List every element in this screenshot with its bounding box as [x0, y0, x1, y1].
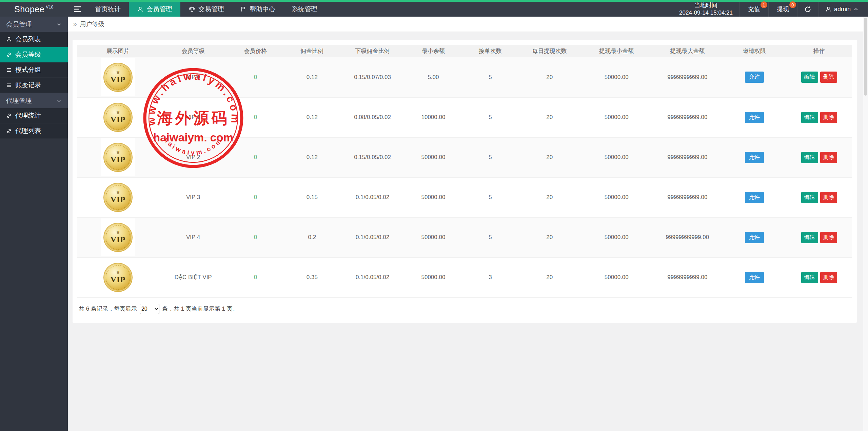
sidebar-item-mode-group[interactable]: 模式分组: [0, 62, 68, 78]
time-value: 2024-09-14 15:04:21: [679, 9, 733, 17]
sidebar-group-agent-management[interactable]: 代理管理: [0, 93, 68, 108]
top-navbar: Shopee V18 首页统计 会员管理 交易管理: [0, 2, 868, 17]
col-withdraw-max: 提现最大金额: [652, 45, 723, 57]
cell-actions: 编辑删除: [786, 97, 852, 137]
person-icon: [137, 6, 143, 13]
group-label: 代理管理: [6, 96, 32, 105]
edit-button[interactable]: 编辑: [801, 72, 818, 83]
cell-withdraw-max: 9999999999.00: [652, 177, 723, 217]
edit-button[interactable]: 编辑: [801, 112, 818, 123]
refresh-button[interactable]: [797, 2, 818, 17]
allow-button[interactable]: 允许: [745, 112, 764, 123]
coin-label: VIP: [111, 155, 125, 164]
tab-label: 系统管理: [292, 5, 317, 14]
cell-invite-permission: 允许: [723, 217, 786, 257]
app-logo[interactable]: Shopee V18: [0, 2, 68, 17]
cell-min-balance: 50000.00: [404, 257, 462, 297]
col-price: 会员价格: [228, 45, 283, 57]
tab-help-center[interactable]: 帮助中心: [232, 2, 283, 17]
page-title: 用户等级: [80, 20, 104, 28]
edit-button[interactable]: 编辑: [801, 192, 818, 203]
recharge-button[interactable]: 充值 1: [739, 2, 768, 17]
vip-image: ♛VIP: [101, 258, 135, 296]
scrollbar-thumb[interactable]: [864, 18, 867, 96]
table-row: ♛VIPVIP 300.150.1/0.05/0.0250000.0052050…: [77, 177, 852, 217]
allow-button[interactable]: 允许: [745, 72, 764, 83]
cell-invite-permission: 允许: [723, 57, 786, 97]
table-header-row: 展示图片 会员等级 会员价格 佣金比例 下级佣金比例 最小余额 接单次数 每日提…: [77, 45, 852, 57]
cell-withdraw-max: 9999999999.00: [652, 57, 723, 97]
tab-system-management[interactable]: 系统管理: [283, 2, 326, 17]
cell-withdraw-min: 50000.00: [581, 217, 652, 257]
cell-daily-withdraw-count: 20: [518, 57, 581, 97]
withdraw-badge: 0: [789, 1, 796, 8]
stamp-center-text: 海外源码: [157, 110, 229, 127]
cell-daily-withdraw-count: 20: [518, 257, 581, 297]
coin-crown-icon: ♛: [116, 111, 120, 115]
coin-crown-icon: ♛: [116, 191, 120, 195]
cell-daily-withdraw-count: 20: [518, 97, 581, 137]
col-level: 会员等级: [159, 45, 228, 57]
sidebar-item-agent-list[interactable]: 代理列表: [0, 123, 68, 139]
vip-image: ♛VIP: [101, 178, 135, 216]
sidebar-item-member-level[interactable]: 会员等级: [0, 47, 68, 62]
sidebar-group-member-management[interactable]: 会员管理: [0, 17, 68, 32]
menu-toggle-icon[interactable]: [68, 2, 87, 17]
delete-button[interactable]: 删除: [820, 272, 837, 283]
vertical-scrollbar[interactable]: [863, 17, 868, 431]
delete-button[interactable]: 删除: [820, 72, 837, 83]
per-page-select[interactable]: 20: [140, 304, 159, 314]
user-menu[interactable]: admin: [818, 2, 868, 17]
cell-invite-permission: 允许: [723, 257, 786, 297]
vip-coin-icon: ♛VIP: [103, 63, 133, 92]
cell-order-count: 3: [462, 257, 518, 297]
cell-commission: 0.2: [283, 217, 341, 257]
sidebar-item-balance-records[interactable]: 账变记录: [0, 78, 68, 93]
sidebar-item-member-list[interactable]: 会员列表: [0, 32, 68, 47]
sidebar-item-agent-stats[interactable]: 代理统计: [0, 108, 68, 123]
delete-button[interactable]: 删除: [820, 112, 837, 123]
cell-commission: 0.15: [283, 177, 341, 217]
tab-home-stats[interactable]: 首页统计: [87, 2, 129, 17]
item-label: 会员列表: [15, 35, 41, 44]
edit-button[interactable]: 编辑: [801, 152, 818, 163]
cell-order-count: 5: [462, 177, 518, 217]
group-label: 会员管理: [6, 20, 32, 29]
cell-actions: 编辑删除: [786, 257, 852, 297]
tab-trade-management[interactable]: 交易管理: [180, 2, 232, 17]
allow-button[interactable]: 允许: [745, 192, 764, 203]
cell-commission: 0.12: [283, 57, 341, 97]
col-image: 展示图片: [77, 45, 159, 57]
recharge-label: 充值: [748, 5, 760, 13]
cell-order-count: 5: [462, 217, 518, 257]
delete-button[interactable]: 删除: [820, 152, 837, 163]
cell-daily-withdraw-count: 20: [518, 217, 581, 257]
vip-image: ♛VIP: [101, 98, 135, 136]
cell-level-name: VIP 3: [159, 177, 228, 217]
cell-image: ♛VIP: [77, 217, 159, 257]
cell-withdraw-min: 50000.00: [581, 177, 652, 217]
refresh-icon: [804, 6, 811, 13]
link-icon: [6, 113, 12, 119]
delete-button[interactable]: 删除: [820, 192, 837, 203]
cell-withdraw-max: 9999999999.00: [652, 137, 723, 177]
vip-image: ♛VIP: [101, 138, 135, 176]
watermark-stamp: www.haiwaiym.com 海外源码 haiwaiym. com haiw…: [142, 67, 244, 169]
edit-button[interactable]: 编辑: [801, 272, 818, 283]
allow-button[interactable]: 允许: [745, 152, 764, 163]
allow-button[interactable]: 允许: [745, 232, 764, 243]
page: Shopee V18 首页统计 会员管理 交易管理: [0, 0, 868, 431]
recharge-badge: 1: [761, 1, 767, 8]
delete-button[interactable]: 删除: [820, 232, 837, 243]
edit-button[interactable]: 编辑: [801, 232, 818, 243]
cell-withdraw-max: 99999999999.00: [652, 217, 723, 257]
cell-sub-commission: 0.15/0.05/0.02: [341, 137, 404, 177]
tab-member-management[interactable]: 会员管理: [129, 2, 180, 17]
cell-min-balance: 5.00: [404, 57, 462, 97]
table-row: ♛VIPVIP 400.20.1/0.05/0.0250000.00520500…: [77, 217, 852, 257]
sidebar: 会员管理 会员列表 会员等级 模式分组 账: [0, 17, 68, 431]
cell-level-name: ĐẶC BIỆT VIP: [159, 257, 228, 297]
withdraw-button[interactable]: 提现 0: [768, 2, 797, 17]
allow-button[interactable]: 允许: [745, 272, 764, 283]
cell-min-balance: 50000.00: [404, 177, 462, 217]
